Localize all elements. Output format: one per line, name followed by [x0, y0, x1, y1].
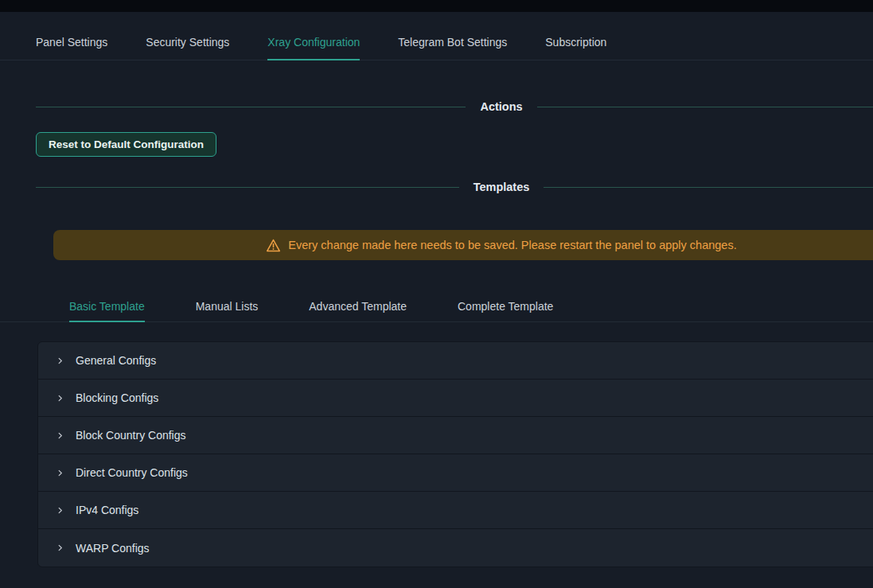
accordion-item-direct-country-configs[interactable]: Direct Country Configs: [38, 454, 873, 492]
chevron-right-icon: [56, 469, 64, 477]
accordion-item-warp-configs[interactable]: WARP Configs: [38, 529, 873, 567]
divider-line: [36, 107, 466, 107]
xray-configuration-page: Panel Settings Security Settings Xray Co…: [0, 25, 873, 567]
templates-section-title: Templates: [474, 181, 530, 193]
main-tab-bar: Panel Settings Security Settings Xray Co…: [0, 25, 873, 60]
warning-text: Every change made here needs to be saved…: [288, 239, 736, 251]
configs-accordion: General Configs Blocking Configs Block C…: [37, 341, 873, 567]
tab-subscription[interactable]: Subscription: [545, 25, 606, 60]
chevron-right-icon: [56, 506, 64, 515]
template-tab-bar: Basic Template Manual Lists Advanced Tem…: [0, 292, 873, 322]
warning-triangle-icon: [266, 239, 281, 252]
accordion-item-label: WARP Configs: [76, 542, 150, 555]
actions-button-row: Reset to Default Configuration: [0, 132, 873, 157]
chevron-right-icon: [56, 431, 64, 440]
top-bar: [0, 0, 873, 12]
divider-line: [537, 107, 873, 107]
chevron-right-icon: [56, 543, 64, 552]
accordion-item-block-country-configs[interactable]: Block Country Configs: [38, 417, 873, 454]
divider-line: [544, 187, 873, 188]
accordion-item-label: Direct Country Configs: [76, 466, 188, 479]
tab-complete-template[interactable]: Complete Template: [458, 292, 553, 322]
tab-advanced-template[interactable]: Advanced Template: [309, 292, 407, 322]
templates-divider: Templates: [0, 181, 873, 193]
chevron-right-icon: [56, 394, 64, 403]
accordion-item-label: Blocking Configs: [76, 391, 158, 404]
restart-warning-banner: Every change made here needs to be saved…: [53, 230, 873, 260]
tab-panel-settings[interactable]: Panel Settings: [36, 25, 107, 60]
accordion-item-ipv4-configs[interactable]: IPv4 Configs: [38, 492, 873, 529]
actions-section-title: Actions: [480, 100, 522, 113]
chevron-right-icon: [56, 356, 64, 365]
accordion-item-label: IPv4 Configs: [76, 504, 138, 516]
divider-line: [36, 187, 459, 188]
accordion-item-label: Block Country Configs: [76, 429, 186, 442]
accordion-item-blocking-configs[interactable]: Blocking Configs: [38, 380, 873, 417]
actions-divider: Actions: [0, 100, 873, 113]
reset-default-configuration-button[interactable]: Reset to Default Configuration: [36, 132, 216, 157]
tab-basic-template[interactable]: Basic Template: [69, 292, 145, 322]
tab-security-settings[interactable]: Security Settings: [146, 25, 229, 60]
tab-telegram-bot-settings[interactable]: Telegram Bot Settings: [398, 25, 507, 60]
accordion-item-label: General Configs: [76, 354, 156, 367]
accordion-item-general-configs[interactable]: General Configs: [38, 342, 873, 380]
tab-manual-lists[interactable]: Manual Lists: [196, 292, 259, 322]
tab-xray-configuration[interactable]: Xray Configuration: [267, 25, 360, 60]
